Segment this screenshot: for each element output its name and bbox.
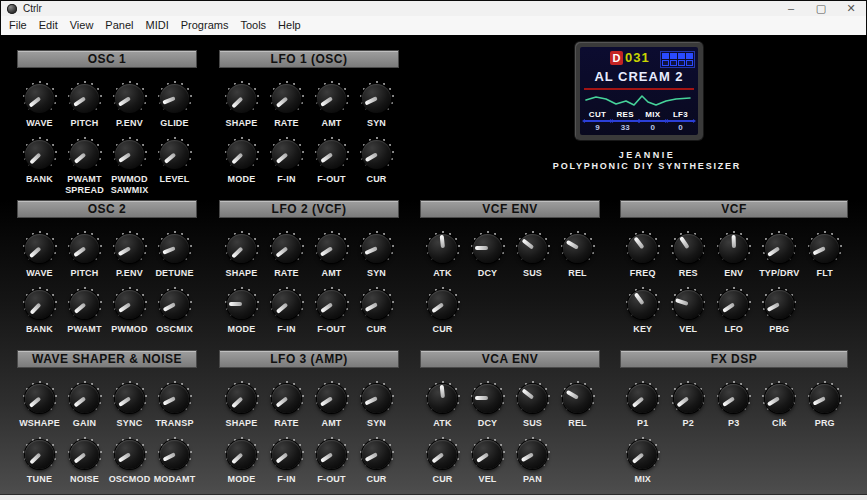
- knob-lfo1-syn[interactable]: [358, 79, 396, 117]
- knob-lfo1-shape[interactable]: [223, 79, 261, 117]
- knob-pointer: [767, 396, 780, 406]
- knob-vcf-key[interactable]: [624, 285, 662, 323]
- knob-vcaenv-dcy[interactable]: [469, 379, 507, 417]
- knob-fxdsp-clk[interactable]: [760, 379, 798, 417]
- knob-fxdsp-p2[interactable]: [669, 379, 707, 417]
- knob-shaper-sync[interactable]: [111, 379, 149, 417]
- knob-lfo2-shape[interactable]: [223, 229, 261, 267]
- knob-pointer: [231, 453, 243, 465]
- minimize-button[interactable]: –: [776, 1, 806, 16]
- knob-lfo1-f-out[interactable]: [313, 135, 351, 173]
- knob-vcaenv-cur[interactable]: [424, 435, 462, 473]
- knob-label: REL: [568, 268, 587, 278]
- knob-lfo3-cur[interactable]: [358, 435, 396, 473]
- knob-lfo2-f-in[interactable]: [268, 285, 306, 323]
- knob-vcaenv-rel[interactable]: [559, 379, 597, 417]
- knob-vcf-flt[interactable]: [806, 229, 844, 267]
- menu-item-programs[interactable]: Programs: [175, 16, 235, 35]
- menu-item-edit[interactable]: Edit: [33, 16, 64, 35]
- knob-fxdsp-prg[interactable]: [806, 379, 844, 417]
- knob-lfo2-rate[interactable]: [268, 229, 306, 267]
- param-label: CUT: [589, 110, 606, 119]
- knob-shaper-tune[interactable]: [21, 435, 59, 473]
- knob-fxdsp-mix[interactable]: [624, 435, 662, 473]
- knob-lfo3-shape[interactable]: [223, 379, 261, 417]
- knob-lfo3-f-in[interactable]: [268, 435, 306, 473]
- knob-label: MODE: [228, 324, 256, 334]
- knob-lfo1-f-in[interactable]: [268, 135, 306, 173]
- menu-item-file[interactable]: File: [3, 16, 33, 35]
- knob-osc1-glide[interactable]: [156, 79, 194, 117]
- knob-fxdsp-p3[interactable]: [715, 379, 753, 417]
- knob-shaper-wshape[interactable]: [21, 379, 59, 417]
- menu-item-midi[interactable]: MIDI: [140, 16, 175, 35]
- knob-vcf-freq[interactable]: [624, 229, 662, 267]
- knob-label: CUR: [366, 474, 386, 484]
- knob-shaper-modamt[interactable]: [156, 435, 194, 473]
- knob-lfo2-cur[interactable]: [358, 285, 396, 323]
- knob-vcf-typ-drv[interactable]: [760, 229, 798, 267]
- knob-osc2-pitch[interactable]: [66, 229, 104, 267]
- knob-osc2-p-env[interactable]: [111, 229, 149, 267]
- knob-shaper-gain[interactable]: [66, 379, 104, 417]
- knob-vcfenv-rel[interactable]: [559, 229, 597, 267]
- knob-lfo2-amt[interactable]: [313, 229, 351, 267]
- knob-vcfenv-cur[interactable]: [424, 285, 462, 323]
- knob-vcfenv-sus[interactable]: [514, 229, 552, 267]
- knob-osc1-pitch[interactable]: [66, 79, 104, 117]
- knob-shaper-oscmod[interactable]: [111, 435, 149, 473]
- knob-vcf-vel[interactable]: [669, 285, 707, 323]
- menu-item-tools[interactable]: Tools: [234, 16, 272, 35]
- knob-osc1-wave[interactable]: [21, 79, 59, 117]
- knob-vcaenv-sus[interactable]: [514, 379, 552, 417]
- knob-lfo1-amt[interactable]: [313, 79, 351, 117]
- knob-vcaenv-pan[interactable]: [514, 435, 552, 473]
- knob-lfo1-mode[interactable]: [223, 135, 261, 173]
- close-button[interactable]: ✕: [836, 1, 866, 16]
- knob-osc1-pwmod-sawmix[interactable]: [111, 135, 149, 173]
- knob-osc2-pwmod[interactable]: [111, 285, 149, 323]
- knob-shaper-transp[interactable]: [156, 379, 194, 417]
- maximize-button[interactable]: ▢: [806, 1, 836, 16]
- knob-lfo2-syn[interactable]: [358, 229, 396, 267]
- knob-vcfenv-atk[interactable]: [424, 229, 462, 267]
- knob-osc2-wave[interactable]: [21, 229, 59, 267]
- knob-lfo2-f-out[interactable]: [313, 285, 351, 323]
- knob-lfo1-rate[interactable]: [268, 79, 306, 117]
- knob-lfo3-mode[interactable]: [223, 435, 261, 473]
- menu-item-panel[interactable]: Panel: [99, 16, 139, 35]
- knob-lfo3-syn[interactable]: [358, 379, 396, 417]
- knob-osc1-pwamt-spread[interactable]: [66, 135, 104, 173]
- knob-label: RATE: [274, 268, 299, 278]
- lcd-params: CUT9RES33MIX0LF30: [580, 110, 698, 132]
- knob-lfo3-f-out[interactable]: [313, 435, 351, 473]
- knob-fxdsp-p1[interactable]: [624, 379, 662, 417]
- knob-lfo2-mode[interactable]: [223, 285, 261, 323]
- menu-item-help[interactable]: Help: [272, 16, 307, 35]
- knob-osc1-bank[interactable]: [21, 135, 59, 173]
- knob-osc2-bank[interactable]: [21, 285, 59, 323]
- knob-shaper-noise[interactable]: [66, 435, 104, 473]
- knob-osc2-detune[interactable]: [156, 229, 194, 267]
- knob-lfo3-rate[interactable]: [268, 379, 306, 417]
- knob-vcf-env[interactable]: [715, 229, 753, 267]
- knob-lfo3-amt[interactable]: [313, 379, 351, 417]
- knob-osc2-oscmix[interactable]: [156, 285, 194, 323]
- knob-vcaenv-vel[interactable]: [469, 435, 507, 473]
- knob-pointer: [118, 396, 131, 407]
- knob-osc1-p-env[interactable]: [111, 79, 149, 117]
- knob-pointer: [162, 396, 175, 405]
- knob-label: MODE: [228, 474, 256, 484]
- knob-vcf-res[interactable]: [669, 229, 707, 267]
- knob-vcaenv-atk[interactable]: [424, 379, 462, 417]
- knob-pointer: [364, 453, 377, 463]
- section-shaper: WAVE SHAPER & NOISEWSHAPEGAINSYNCTRANSPT…: [17, 350, 197, 485]
- knob-lfo1-cur[interactable]: [358, 135, 396, 173]
- knob-osc2-pwamt[interactable]: [66, 285, 104, 323]
- knob-vcf-pbg[interactable]: [760, 285, 798, 323]
- knob-vcf-lfo[interactable]: [715, 285, 753, 323]
- knob-osc1-level[interactable]: [156, 135, 194, 173]
- knob-vcfenv-dcy[interactable]: [469, 229, 507, 267]
- menu-item-view[interactable]: View: [64, 16, 100, 35]
- knob-pointer: [521, 238, 534, 249]
